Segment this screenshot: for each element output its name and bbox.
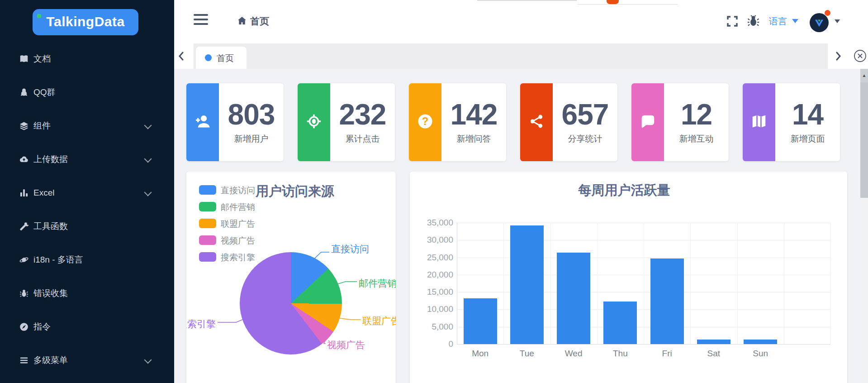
legend-label: 直接访问 [221,185,255,196]
y-axis-tick-label: 30,000 [412,235,453,245]
legend-label: 搜索引擎 [221,252,255,263]
bar [510,225,544,344]
bar [650,259,684,344]
y-axis-tick-label: 35,000 [412,218,453,228]
gridline [690,223,691,344]
overlay-artifact-edge [578,4,678,5]
stat-card-value: 12 [681,100,712,129]
x-axis-tick-label: Tue [508,349,546,359]
x-axis-tick-label: Fri [648,349,686,359]
pie-slice-label: 搜索引擎 [186,318,216,330]
gridline [457,223,457,344]
x-axis-tick-label: Sat [695,349,733,359]
stat-card-icon-panel [631,83,664,161]
hammer-icon [19,221,29,231]
legend-label: 邮件营销 [221,201,255,213]
stat-card-icon-panel: ? [409,83,441,161]
legend-swatch [199,235,216,245]
language-selector[interactable]: 语言 [769,15,787,28]
y-axis-tick-label: 10,000 [412,304,453,314]
y-axis-tick-label: 25,000 [412,253,453,263]
scrollbar-thumb[interactable] [860,82,868,198]
close-tabs-icon[interactable] [854,49,867,62]
sidebar-item-7[interactable]: i18n - 多语言 [0,243,174,277]
pie-slice-label: 直接访问 [331,243,369,255]
sidebar-item-3[interactable]: 组件 [0,109,174,143]
avatar[interactable] [810,13,829,32]
y-axis-tick-label: 20,000 [412,270,453,280]
tab-bar-track [194,43,828,69]
avatar-caret-down-icon[interactable] [835,19,840,23]
legend-swatch [199,219,216,228]
stat-card-icon-panel [186,83,219,161]
sidebar-item-10[interactable]: 多级菜单 [0,344,174,377]
sidebar-item-9[interactable]: 指令 [0,310,174,344]
gridline [737,223,738,344]
sidebar-item-6[interactable]: 工具函数 [0,210,174,243]
stat-card-icon-panel [743,83,775,161]
legend-swatch [199,252,216,262]
hamburger-menu-icon[interactable] [194,14,208,26]
svg-text:?: ? [422,115,429,127]
sidebar-item-8[interactable]: 错误收集 [0,277,174,310]
gridline [784,223,784,344]
bar [464,298,497,344]
breadcrumb[interactable]: 首页 [250,15,269,28]
pie-slice-label: 联盟广告 [362,315,396,327]
stat-card-3: ?142新增问答 [409,83,506,161]
sidebar-item-5[interactable]: Excel [0,176,174,210]
overlay-artifact-edge [477,0,577,1]
bar [603,302,637,344]
pie-slice-label: 视频广告 [327,339,365,351]
sidebar-item-4[interactable]: 上传数据 [0,143,174,176]
gridline [503,223,504,344]
stat-card-label: 分享统计 [568,133,602,145]
legend-label: 视频广告 [221,235,255,247]
sidebar: TalkingData 文档QQ群组件上传数据Excel工具函数i18n - 多… [0,0,174,383]
sidebar-item-2[interactable]: QQ群 [0,76,174,109]
bar-chart-panel: 每周用户活跃量 35,00030,00025,00020,00015,00010… [410,172,847,383]
stat-card-value: 232 [339,100,386,129]
share-icon [528,113,545,132]
app-logo[interactable]: TalkingData [33,9,138,35]
top-header: 首页 语言 [174,0,868,44]
sidebar-item-1[interactable]: 文档 [0,42,174,76]
stat-card-4: 657分享统计 [520,83,617,161]
overlay-artifact-orange-tab [607,0,619,4]
tabs-scroll-left-button[interactable] [177,51,186,61]
menu-lines-icon [19,355,29,365]
layers-icon [19,121,29,131]
x-axis-tick-label: Sun [741,349,779,359]
stat-card-1: 803新增用户 [186,83,284,161]
vertical-scrollbar[interactable]: ▲ [860,69,868,383]
notification-dot [825,10,830,16]
question-icon: ? [417,113,434,132]
scrollbar-up-button[interactable]: ▲ [860,69,868,82]
bar [557,253,590,344]
fullscreen-icon[interactable] [726,15,739,28]
stat-card-label: 新增页面 [791,133,825,145]
tabs-scroll-right-button[interactable] [834,51,843,61]
bug-icon[interactable] [746,14,760,28]
bar-chart-plot: 35,00030,00025,00020,00015,00010,0005,00… [410,172,847,383]
legend-label: 联盟广告 [221,218,255,230]
x-axis-tick-label: Thu [601,349,639,359]
gridline [457,344,830,345]
home-icon[interactable] [237,15,247,28]
pie-chart-panel: 用户访问来源 直接访问邮件营销联盟广告视频广告搜索引擎 直接访问邮件营销联盟广告… [186,172,396,383]
stat-card-value: 142 [451,100,498,129]
chevron-down-icon [144,122,152,129]
map-icon [750,113,768,132]
stat-card-label: 新增用户 [234,133,269,145]
stat-card-6: 14新增页面 [743,83,840,161]
compass-icon [19,322,29,332]
tab-home[interactable]: 首页 [196,47,247,69]
stat-card-icon-panel [298,83,330,161]
stat-card-value: 803 [228,100,275,129]
book-icon [19,54,29,64]
language-caret-down-icon[interactable] [792,19,798,23]
tab-label: 首页 [217,53,234,64]
cloud-upload-icon [19,154,29,164]
bar-chart-icon [19,188,29,198]
stat-card-value: 14 [792,100,823,129]
